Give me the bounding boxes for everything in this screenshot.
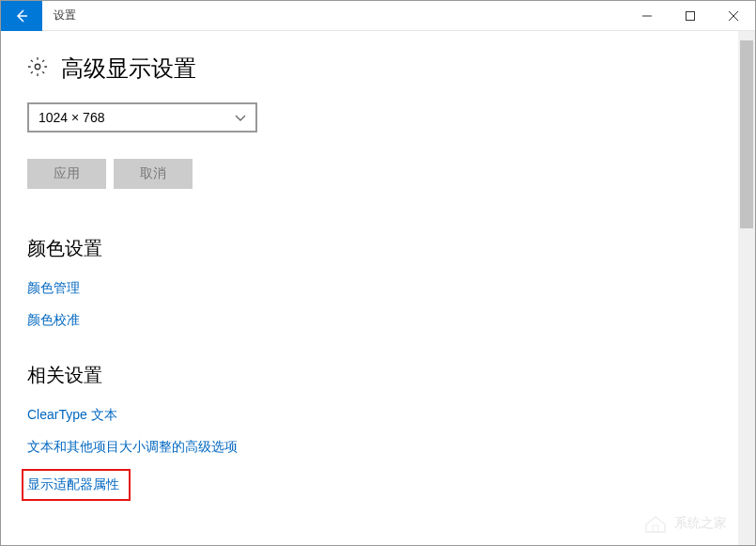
- gear-icon: [27, 56, 48, 81]
- color-management-link[interactable]: 颜色管理: [27, 280, 712, 297]
- cleartype-link[interactable]: ClearType 文本: [27, 407, 712, 424]
- close-icon: [729, 11, 738, 21]
- page-header: 高级显示设置: [27, 54, 712, 84]
- cancel-button[interactable]: 取消: [114, 159, 193, 189]
- svg-point-5: [35, 64, 40, 70]
- highlight-box: 显示适配器属性: [22, 469, 131, 501]
- svg-rect-2: [687, 11, 695, 20]
- close-button[interactable]: [712, 1, 755, 31]
- text-scaling-link[interactable]: 文本和其他项目大小调整的高级选项: [27, 439, 712, 456]
- minimize-button[interactable]: [625, 1, 669, 31]
- minimize-icon: [642, 11, 652, 21]
- related-section-header: 相关设置: [27, 363, 712, 388]
- apply-button[interactable]: 应用: [27, 159, 106, 189]
- page-title: 高级显示设置: [61, 54, 196, 84]
- arrow-left-icon: [14, 8, 29, 23]
- chevron-down-icon: [235, 110, 246, 125]
- display-adapter-link[interactable]: 显示适配器属性: [27, 476, 119, 493]
- color-section-header: 颜色设置: [27, 236, 712, 261]
- vertical-scrollbar[interactable]: [738, 31, 755, 545]
- button-row: 应用 取消: [27, 159, 712, 189]
- maximize-button[interactable]: [669, 1, 712, 31]
- content-area: 高级显示设置 1024 × 768 应用 取消 颜色设置 颜色管理 颜色校准 相…: [1, 31, 738, 545]
- color-calibration-link[interactable]: 颜色校准: [27, 312, 712, 329]
- window-title: 设置: [54, 8, 625, 23]
- related-settings-section: 相关设置 ClearType 文本 文本和其他项目大小调整的高级选项 显示适配器…: [27, 363, 712, 501]
- back-button[interactable]: [1, 1, 42, 31]
- maximize-icon: [686, 11, 695, 21]
- content-wrapper: 高级显示设置 1024 × 768 应用 取消 颜色设置 颜色管理 颜色校准 相…: [1, 31, 755, 545]
- color-settings-section: 颜色设置 颜色管理 颜色校准: [27, 236, 712, 329]
- resolution-dropdown[interactable]: 1024 × 768: [27, 102, 257, 133]
- window-controls: [625, 1, 755, 31]
- scroll-thumb[interactable]: [740, 40, 753, 228]
- resolution-value: 1024 × 768: [39, 110, 104, 125]
- titlebar: 设置: [1, 1, 755, 31]
